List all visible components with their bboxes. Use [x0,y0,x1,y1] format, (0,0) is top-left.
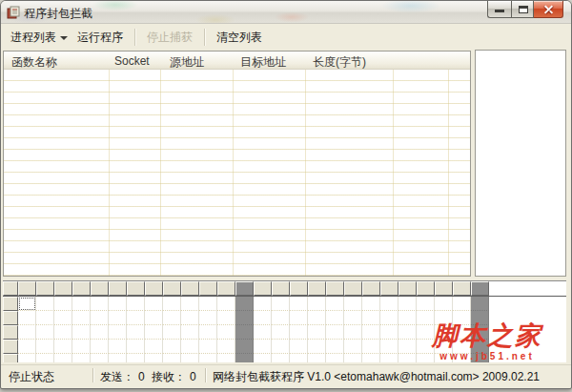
grid-cell[interactable] [36,311,54,325]
grid-cell[interactable] [91,354,109,362]
grid-cell[interactable] [235,281,254,296]
grid-cell[interactable] [254,354,272,362]
grid-cell[interactable] [453,281,471,296]
grid-fixed-cell[interactable] [3,281,18,296]
grid-cell[interactable] [163,354,181,362]
grid-cell[interactable] [18,297,36,311]
grid-cell[interactable] [199,311,217,325]
grid-cell[interactable] [91,311,109,325]
grid-cell[interactable] [326,354,344,362]
grid-cell[interactable] [344,281,362,296]
grid-cell[interactable] [272,281,290,296]
grid-cell[interactable] [235,340,254,354]
clear-list-button[interactable]: 清空列表 [212,26,267,50]
column-header-function[interactable]: 函数名称 [11,54,57,71]
grid-cell[interactable] [254,325,272,340]
packet-list-body[interactable] [4,70,470,276]
grid-cell[interactable] [109,311,127,325]
grid-cell[interactable] [181,281,199,296]
grid-cell[interactable] [127,297,145,311]
grid-cell[interactable] [471,311,489,325]
grid-cell[interactable] [254,340,272,354]
grid-cell[interactable] [54,311,72,325]
grid-cell[interactable] [72,281,91,296]
close-button[interactable] [534,1,563,18]
grid-cell[interactable] [91,281,109,296]
grid-cell[interactable] [163,311,181,325]
grid-cell[interactable] [199,354,217,362]
grid-cell[interactable] [272,354,290,362]
grid-cell[interactable] [453,354,471,362]
grid-cell[interactable] [471,325,489,340]
grid-cell[interactable] [398,340,417,354]
grid-cell[interactable] [109,281,127,296]
grid-cell[interactable] [308,281,326,296]
packet-list[interactable]: 函数名称 Socket 源地址 目标地址 长度(字节) [3,51,471,277]
grid-cell[interactable] [435,354,453,362]
grid-cell[interactable] [145,340,163,354]
grid-cell[interactable] [417,297,435,311]
grid-cell[interactable] [235,354,254,362]
grid-fixed-cell[interactable] [3,325,18,340]
grid-cell[interactable] [398,297,417,311]
grid-cell[interactable] [36,297,54,311]
grid-cell[interactable] [36,325,54,340]
grid-cell[interactable] [181,325,199,340]
grid-cell[interactable] [109,297,127,311]
grid-fixed-cell[interactable] [3,297,18,311]
grid-cell[interactable] [163,297,181,311]
grid-cell[interactable] [254,311,272,325]
grid-cell[interactable] [453,311,471,325]
grid-cell[interactable] [417,340,435,354]
column-header-source[interactable]: 源地址 [170,54,204,71]
grid-cell[interactable] [72,340,91,354]
grid-cell[interactable] [235,325,254,340]
detail-panel[interactable] [475,50,566,277]
maximize-button[interactable] [511,1,534,18]
grid-cell[interactable] [163,325,181,340]
grid-cell[interactable] [36,340,54,354]
grid-cell[interactable] [326,311,344,325]
grid-cell[interactable] [18,325,36,340]
grid-cell[interactable] [72,311,91,325]
grid-cell[interactable] [344,311,362,325]
grid-cell[interactable] [181,340,199,354]
grid-cell[interactable] [217,340,235,354]
grid-cell[interactable] [54,281,72,296]
grid-cell[interactable] [163,281,181,296]
grid-cell[interactable] [272,311,290,325]
grid-cell[interactable] [308,354,326,362]
grid-cell[interactable] [145,311,163,325]
grid-cell[interactable] [453,325,471,340]
title-bar[interactable]: 程序封包拦截 [1,1,571,24]
grid-cell[interactable] [326,281,344,296]
grid-cell[interactable] [362,340,380,354]
grid-cell[interactable] [272,340,290,354]
grid-cell[interactable] [163,340,181,354]
column-header-target[interactable]: 目标地址 [240,54,286,71]
grid-cell[interactable] [380,354,398,362]
grid-cell[interactable] [417,325,435,340]
grid-cell[interactable] [127,281,145,296]
grid-fixed-cell[interactable] [3,354,18,362]
grid-cell[interactable] [398,325,417,340]
grid-cell[interactable] [380,311,398,325]
grid-cell[interactable] [435,325,453,340]
grid-fixed-cell[interactable] [3,311,18,325]
grid-cell[interactable] [199,297,217,311]
grid-cell[interactable] [109,354,127,362]
grid-cell[interactable] [217,354,235,362]
grid-cell[interactable] [145,297,163,311]
grid-cell[interactable] [235,311,254,325]
grid-cell[interactable] [91,340,109,354]
grid-cell[interactable] [290,325,308,340]
grid-cell[interactable] [18,281,36,296]
grid-cell[interactable] [453,340,471,354]
grid-cell[interactable] [272,325,290,340]
grid-cell[interactable] [435,340,453,354]
grid-cell[interactable] [290,297,308,311]
grid-cell[interactable] [254,297,272,311]
grid-cell[interactable] [127,354,145,362]
grid-cell[interactable] [308,325,326,340]
grid-cell[interactable] [181,311,199,325]
